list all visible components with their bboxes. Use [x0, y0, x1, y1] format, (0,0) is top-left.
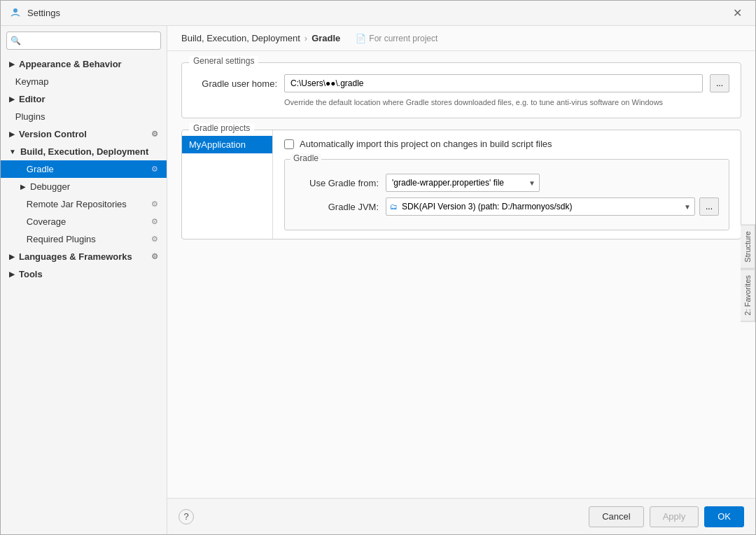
- gradle-icon: ⚙: [151, 165, 158, 174]
- expand-arrow: ▶: [9, 60, 15, 68]
- gradle-user-home-label: Gradle user home:: [193, 78, 277, 89]
- gradle-user-home-row: Gradle user home: ...: [193, 74, 729, 92]
- project-icon: 📄: [356, 34, 366, 43]
- favorites-tab[interactable]: 2: Favorites: [741, 269, 755, 321]
- use-gradle-from-row: Use Gradle from: 'gradle-wrapper.propert…: [295, 174, 719, 192]
- sidebar-item-gradle[interactable]: Gradle ⚙: [1, 160, 167, 178]
- sidebar-item-version-control[interactable]: ▶ Version Control ⚙: [1, 125, 167, 143]
- cancel-button[interactable]: Cancel: [589, 506, 643, 527]
- breadcrumb-separator: ›: [304, 33, 307, 43]
- sidebar-item-editor[interactable]: ▶ Editor: [1, 90, 167, 108]
- gradle-jvm-controls: 🗂 SDK(API Version 3) (path: D:/harmonyos…: [386, 197, 719, 216]
- sidebar-item-keymap[interactable]: Keymap: [1, 73, 167, 90]
- gradle-jvm-browse-button[interactable]: ...: [699, 197, 719, 216]
- project-label: For current project: [369, 34, 438, 43]
- gradle-user-home-browse-button[interactable]: ...: [710, 74, 729, 92]
- gradle-jvm-row: Gradle JVM: 🗂 SDK(API Version 3) (path: …: [295, 197, 719, 216]
- search-box: 🔍: [6, 32, 161, 50]
- settings-panel: General settings Gradle user home: ... O…: [167, 51, 755, 498]
- sidebar-item-remote-jar[interactable]: Remote Jar Repositories ⚙: [1, 195, 167, 213]
- general-settings-section: General settings Gradle user home: ... O…: [181, 62, 741, 118]
- general-settings-title: General settings: [189, 56, 258, 66]
- sidebar-item-languages[interactable]: ▶ Languages & Frameworks ⚙: [1, 248, 167, 265]
- structure-tab[interactable]: Structure: [741, 225, 755, 269]
- sidebar: 🔍 ▶ Appearance & Behavior Keymap ▶ Edito…: [1, 26, 167, 534]
- remote-jar-icon: ⚙: [151, 200, 158, 209]
- required-plugins-icon: ⚙: [151, 235, 158, 244]
- breadcrumb: Build, Execution, Deployment › Gradle 📄 …: [167, 26, 755, 51]
- search-input[interactable]: [6, 32, 161, 50]
- window-title: Settings: [27, 8, 727, 18]
- settings-window: Settings ✕ 🔍 ▶ Appearance & Behavior Key…: [0, 0, 756, 535]
- title-bar: Settings ✕: [1, 1, 755, 26]
- use-gradle-from-label: Use Gradle from:: [295, 178, 379, 188]
- use-gradle-from-wrapper: 'gradle-wrapper.properties' fileSpecifie…: [386, 174, 540, 192]
- bottom-bar: ? Cancel Apply OK: [167, 498, 755, 534]
- help-button[interactable]: ?: [178, 509, 194, 524]
- use-gradle-from-select[interactable]: 'gradle-wrapper.properties' fileSpecifie…: [386, 174, 540, 192]
- main-content: Build, Execution, Deployment › Gradle 📄 …: [167, 26, 755, 534]
- gradle-user-home-input[interactable]: [284, 74, 703, 92]
- gradle-jvm-select[interactable]: SDK(API Version 3) (path: D:/harmonyos/s…: [386, 197, 695, 216]
- apply-button[interactable]: Apply: [650, 506, 699, 527]
- languages-icon: ⚙: [151, 252, 158, 261]
- project-list: MyApplication: [182, 130, 273, 239]
- sidebar-item-tools[interactable]: ▶ Tools: [1, 265, 167, 283]
- version-control-icon: ⚙: [151, 130, 158, 139]
- gradle-subsection: Gradle Use Gradle from: 'gradle-wrapper.…: [284, 159, 729, 230]
- close-button[interactable]: ✕: [727, 4, 747, 23]
- gradle-subsection-title: Gradle: [290, 153, 321, 163]
- right-tabs: Structure 2: Favorites: [741, 225, 755, 321]
- svg-point-0: [13, 8, 18, 13]
- sidebar-item-debugger[interactable]: ▶ Debugger: [1, 178, 167, 195]
- content-area: 🔍 ▶ Appearance & Behavior Keymap ▶ Edito…: [1, 26, 755, 534]
- gradle-jvm-select-wrapper: 🗂 SDK(API Version 3) (path: D:/harmonyos…: [386, 197, 695, 216]
- gradle-user-home-hint: Override the default location where Grad…: [284, 98, 729, 106]
- coverage-icon: ⚙: [151, 217, 158, 226]
- sidebar-item-appearance[interactable]: ▶ Appearance & Behavior: [1, 55, 167, 73]
- sidebar-item-required-plugins[interactable]: Required Plugins ⚙: [1, 230, 167, 248]
- breadcrumb-current: Gradle: [312, 33, 340, 43]
- sidebar-item-build[interactable]: ▼ Build, Execution, Deployment: [1, 143, 167, 160]
- search-icon: 🔍: [10, 36, 21, 46]
- auto-import-label: Automatically import this project on cha…: [300, 139, 552, 149]
- sidebar-item-plugins[interactable]: Plugins: [1, 108, 167, 125]
- app-icon: [9, 7, 22, 20]
- gradle-projects-section: Gradle projects MyApplication Automatica…: [181, 130, 741, 239]
- breadcrumb-path: Build, Execution, Deployment: [181, 33, 300, 43]
- sidebar-item-coverage[interactable]: Coverage ⚙: [1, 213, 167, 230]
- project-context: 📄 For current project: [356, 34, 438, 43]
- ok-button[interactable]: OK: [704, 506, 744, 527]
- gradle-jvm-label: Gradle JVM:: [295, 202, 379, 212]
- auto-import-checkbox[interactable]: [284, 139, 294, 149]
- project-item-myapplication[interactable]: MyApplication: [182, 136, 272, 153]
- project-settings: Automatically import this project on cha…: [273, 130, 741, 239]
- gradle-projects-title: Gradle projects: [189, 123, 254, 133]
- general-settings-content: Gradle user home: ... Override the defau…: [182, 63, 741, 118]
- auto-import-row: Automatically import this project on cha…: [284, 139, 729, 149]
